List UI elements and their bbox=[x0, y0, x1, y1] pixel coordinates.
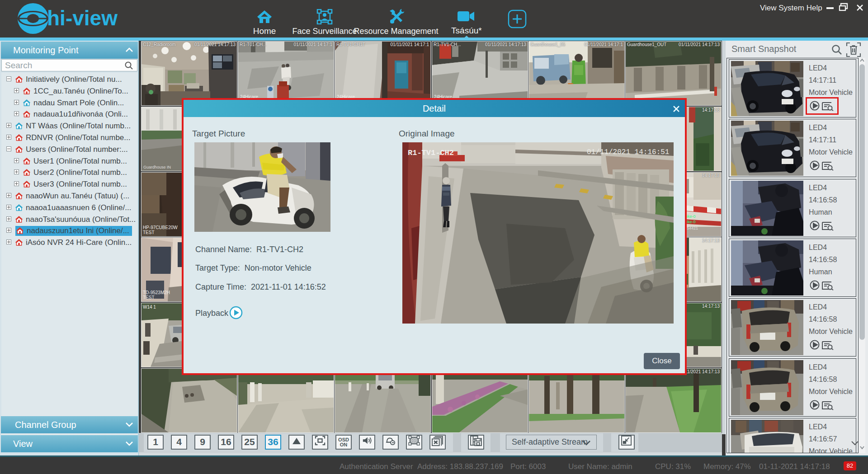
svg-text:W14 1: W14 1 bbox=[143, 305, 156, 310]
svg-text:01/11/2021 14:16:51: 01/11/2021 14:16:51 bbox=[587, 148, 669, 156]
svg-text:HP-97CUBE20W: HP-97CUBE20W bbox=[143, 225, 178, 230]
svg-text:Guardhouse IN: Guardhouse IN bbox=[143, 165, 171, 169]
svg-text:TD-9523M2H: TD-9523M2H bbox=[143, 290, 170, 295]
svg-text:hi-view: hi-view bbox=[47, 6, 118, 30]
svg-text:TEST: TEST bbox=[143, 230, 155, 235]
svg-text:TEST: TEST bbox=[143, 295, 155, 300]
svg-text:R1-TV1-CH2: R1-TV1-CH2 bbox=[408, 149, 454, 157]
